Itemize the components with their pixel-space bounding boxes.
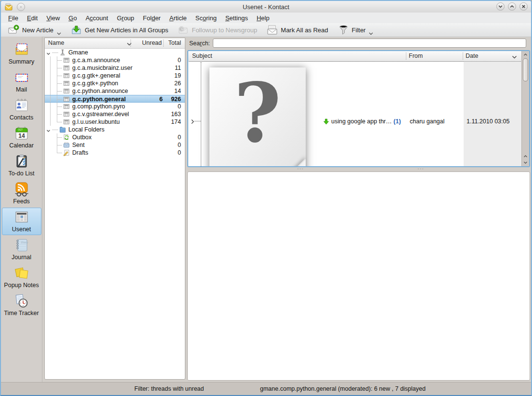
menubar: FileEditViewGoAccountGroupFolderArticleS… bbox=[1, 13, 531, 23]
tree-guide bbox=[50, 95, 51, 102]
menu-article[interactable]: Article bbox=[165, 13, 191, 23]
message-list-scrollbar[interactable] bbox=[521, 51, 529, 166]
search-label: Search: bbox=[189, 40, 210, 47]
column-name[interactable]: Name bbox=[48, 40, 64, 46]
newsgroup-icon bbox=[63, 103, 70, 110]
tree-row-g.c.g.gtk+.python[interactable]: g.c.g.gtk+.python26 bbox=[45, 79, 185, 87]
maximize-icon bbox=[509, 2, 515, 11]
tree-row-g.c.a.m.announce[interactable]: g.c.a.m.announce0 bbox=[45, 56, 185, 64]
message-list-content: ? using google app thr… (1)charu gangal1… bbox=[188, 61, 522, 166]
tree-row-local-folders[interactable]: Local Folders bbox=[45, 126, 185, 133]
column-separator[interactable] bbox=[130, 40, 131, 47]
search-input[interactable] bbox=[213, 39, 526, 48]
scroll-up-button[interactable] bbox=[522, 153, 529, 159]
tree-row-label: Outbox bbox=[72, 134, 91, 141]
message-row[interactable]: using google app thr… (1)charu gangal1.1… bbox=[188, 118, 522, 126]
tree-row-g.c.python.general[interactable]: g.c.python.general6926 bbox=[45, 95, 185, 103]
message-list-header: Subject From Date bbox=[188, 51, 522, 62]
splitter-handle[interactable]: ··· bbox=[297, 168, 304, 170]
newsgroup-icon bbox=[63, 65, 70, 71]
tree-row-total-count: 11 bbox=[175, 65, 181, 71]
tree-guide bbox=[57, 91, 62, 92]
sidebar-item-summary[interactable]: Summary bbox=[2, 40, 41, 67]
tree-row-g.l.u.user.kubuntu[interactable]: g.l.u.user.kubuntu174 bbox=[45, 118, 185, 126]
followup-icon bbox=[178, 25, 189, 36]
scroll-down-button[interactable] bbox=[522, 159, 529, 166]
tree-row-total-count: 26 bbox=[174, 80, 181, 87]
close-button[interactable] bbox=[519, 2, 528, 11]
minimize-button[interactable] bbox=[496, 2, 505, 11]
tree-guide bbox=[57, 145, 62, 145]
tree-row-label: g.c.python.general bbox=[72, 96, 126, 103]
followup-button: Followup to Newsgroup bbox=[174, 24, 260, 36]
menu-go[interactable]: Go bbox=[64, 13, 81, 23]
tree-row-drafts[interactable]: Drafts0 bbox=[45, 149, 185, 157]
menu-folder[interactable]: Folder bbox=[139, 13, 165, 23]
tree-row-g.c.v.gstreamer.devel[interactable]: g.c.v.gstreamer.devel163 bbox=[45, 110, 185, 118]
tree-row-g.comp.python.pyro[interactable]: g.comp.python.pyro0 bbox=[45, 103, 185, 110]
column-total[interactable]: Total bbox=[169, 40, 181, 46]
sidebar-item-label: Feeds bbox=[13, 198, 30, 205]
sidebar-item-feeds[interactable]: Feeds bbox=[2, 180, 41, 207]
sidebar-item-mail[interactable]: Mail bbox=[2, 68, 41, 95]
sidebar-item-journal[interactable]: DiaryJournal bbox=[2, 236, 41, 263]
column-unread[interactable]: Unread bbox=[142, 40, 162, 46]
column-separator[interactable] bbox=[406, 53, 406, 60]
tree-row-g.c.a.musicbrainz.user[interactable]: g.c.a.musicbrainz.user11 bbox=[45, 64, 185, 72]
sidebar-item-contacts[interactable]: Contacts bbox=[2, 96, 41, 123]
tree-row-total-count: 174 bbox=[171, 119, 181, 125]
tree-row-g.c.python.announce[interactable]: g.c.python.announce14 bbox=[45, 87, 185, 95]
tree-guide bbox=[57, 95, 57, 102]
menu-file[interactable]: File bbox=[4, 13, 23, 23]
menu-view[interactable]: View bbox=[42, 13, 64, 23]
sidebar-item-usenet[interactable]: Usenet bbox=[2, 208, 41, 235]
maximize-button[interactable] bbox=[508, 2, 516, 11]
menu-edit[interactable]: Edit bbox=[23, 13, 42, 23]
scrollbar-thumb[interactable] bbox=[523, 58, 528, 81]
kontact-window: Usenet - Kontact FileEditViewGoAccountGr… bbox=[0, 0, 532, 396]
column-subject[interactable]: Subject bbox=[192, 53, 212, 59]
tree-guide bbox=[50, 72, 51, 79]
menu-settings[interactable]: Settings bbox=[221, 13, 252, 23]
tree-row-gmane[interactable]: Gmane bbox=[45, 49, 185, 56]
svg-text:14: 14 bbox=[18, 132, 25, 139]
message-from: charu gangal bbox=[410, 118, 444, 125]
column-separator[interactable] bbox=[463, 53, 463, 60]
placeholder-question-image: ? bbox=[209, 67, 306, 166]
newsgroup-icon bbox=[63, 111, 70, 118]
date-column-background bbox=[464, 61, 522, 166]
dropdown-icon[interactable] bbox=[57, 29, 61, 37]
sidebar-item-calendar[interactable]: OCT14Calendar bbox=[2, 124, 41, 151]
sidebar-item-time-tracker[interactable]: Time Tracker bbox=[2, 291, 41, 319]
pane-splitter[interactable]: ··· ··· bbox=[187, 168, 530, 171]
tree-row-sent[interactable]: Sent0 bbox=[45, 141, 185, 149]
splitter-handle[interactable]: ··· bbox=[417, 168, 424, 170]
dropdown-icon[interactable] bbox=[369, 29, 373, 37]
menu-scoring[interactable]: Scoring bbox=[191, 13, 221, 23]
newsgroup-icon bbox=[63, 88, 70, 94]
statusbar-group-text: gmane.comp.python.general (moderated): 6… bbox=[260, 385, 426, 392]
scroll-up-button[interactable] bbox=[522, 52, 529, 58]
thread-guide-line bbox=[201, 62, 201, 166]
filter-label: Filter bbox=[352, 26, 366, 34]
drafts-icon bbox=[63, 149, 70, 156]
column-from[interactable]: From bbox=[409, 53, 423, 59]
filter-button[interactable]: Filter bbox=[335, 23, 377, 37]
get-new-articles-label: Get New Articles in All Groups bbox=[85, 26, 168, 34]
menu-help[interactable]: Help bbox=[252, 13, 274, 23]
tree-row-outbox[interactable]: Outbox0 bbox=[45, 133, 185, 141]
tree-row-g.c.g.gtk+.general[interactable]: g.c.g.gtk+.general19 bbox=[45, 72, 185, 79]
get-new-articles-button[interactable]: Get New Articles in All Groups bbox=[67, 24, 171, 36]
new-article-button[interactable]: New Article bbox=[5, 23, 65, 37]
tree-guide bbox=[52, 53, 58, 53]
component-sidebar: SummaryMailContactsOCT14CalendarTo-do Li… bbox=[1, 37, 42, 383]
menu-group[interactable]: Group bbox=[113, 13, 139, 23]
sidebar-item-popup-notes[interactable]: Popup Notes bbox=[2, 264, 41, 291]
filter-icon bbox=[338, 25, 349, 36]
sidebar-item-todo-list[interactable]: To-do List bbox=[2, 152, 41, 179]
tree-guide bbox=[57, 137, 62, 138]
menu-account[interactable]: Account bbox=[81, 13, 113, 23]
mark-all-read-button[interactable]: Mark All as Read bbox=[263, 24, 331, 36]
column-separator[interactable] bbox=[163, 40, 164, 47]
column-date[interactable]: Date bbox=[466, 53, 478, 59]
